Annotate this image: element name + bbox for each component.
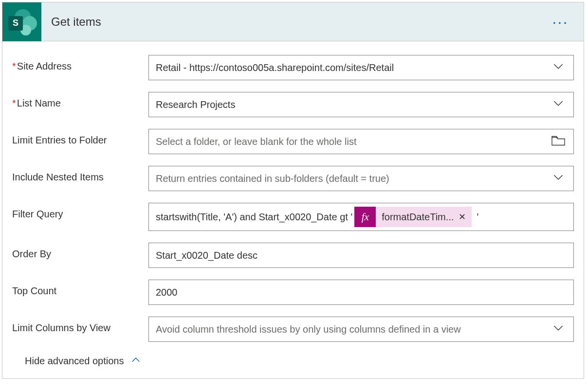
placeholder-include-nested: Return entries contained in sub-folders … xyxy=(156,173,389,184)
label-limit-columns: Limit Columns by View xyxy=(12,317,148,334)
label-limit-folder: Limit Entries to Folder xyxy=(12,129,148,146)
card-title: Get items xyxy=(51,15,101,29)
field-row-filter-query: Filter Query startswith(Title, 'A') and … xyxy=(12,203,574,231)
value-site-address: Retail - https://contoso005a.sharepoint.… xyxy=(156,62,394,73)
field-row-limit-columns: Limit Columns by View Avoid column thres… xyxy=(12,317,574,342)
input-list-name[interactable]: Research Projects xyxy=(148,92,574,117)
sharepoint-icon: S xyxy=(2,2,41,41)
chevron-down-icon[interactable] xyxy=(552,60,565,75)
field-row-list-name: *List Name Research Projects xyxy=(12,92,574,117)
field-row-order-by: Order By Start_x0020_Date desc xyxy=(12,243,574,268)
input-limit-folder[interactable]: Select a folder, or leave blank for the … xyxy=(148,129,574,154)
label-site-address: *Site Address xyxy=(12,55,148,72)
filter-text-after: ' xyxy=(477,212,478,223)
field-row-include-nested: Include Nested Items Return entries cont… xyxy=(12,166,574,191)
label-top-count: Top Count xyxy=(12,280,148,297)
expression-token[interactable]: formatDateTim... ✕ xyxy=(376,207,472,227)
field-row-limit-folder: Limit Entries to Folder Select a folder,… xyxy=(12,129,574,154)
chevron-down-icon[interactable] xyxy=(552,322,565,337)
input-site-address[interactable]: Retail - https://contoso005a.sharepoint.… xyxy=(148,55,574,80)
label-list-name: *List Name xyxy=(12,92,148,109)
label-filter-query: Filter Query xyxy=(12,203,148,220)
field-row-site-address: *Site Address Retail - https://contoso00… xyxy=(12,55,574,80)
hide-advanced-toggle[interactable]: Hide advanced options xyxy=(25,355,574,368)
input-limit-columns[interactable]: Avoid column threshold issues by only us… xyxy=(148,317,574,342)
chevron-up-icon xyxy=(130,355,141,368)
label-include-nested: Include Nested Items xyxy=(12,166,148,183)
folder-icon[interactable] xyxy=(551,135,566,149)
card-body: *Site Address Retail - https://contoso00… xyxy=(2,41,584,378)
value-list-name: Research Projects xyxy=(156,99,235,110)
input-order-by[interactable]: Start_x0020_Date desc xyxy=(148,243,574,268)
input-top-count[interactable]: 2000 xyxy=(148,280,574,305)
chevron-down-icon[interactable] xyxy=(552,97,565,112)
input-filter-query[interactable]: startswith(Title, 'A') and Start_x0020_D… xyxy=(148,203,574,231)
value-top-count: 2000 xyxy=(156,287,178,298)
placeholder-limit-folder: Select a folder, or leave blank for the … xyxy=(156,136,356,147)
chevron-down-icon[interactable] xyxy=(552,171,565,186)
fx-icon[interactable]: fx xyxy=(354,207,376,227)
action-card: S Get items ··· *Site Address Retail - h… xyxy=(2,2,584,379)
field-row-top-count: Top Count 2000 xyxy=(12,280,574,305)
card-header[interactable]: S Get items ··· xyxy=(2,2,584,41)
close-icon[interactable]: ✕ xyxy=(459,212,466,222)
placeholder-limit-columns: Avoid column threshold issues by only us… xyxy=(156,324,461,335)
label-order-by: Order By xyxy=(12,243,148,260)
value-order-by: Start_x0020_Date desc xyxy=(156,250,257,261)
input-include-nested[interactable]: Return entries contained in sub-folders … xyxy=(148,166,574,191)
filter-text-before: startswith(Title, 'A') and Start_x0020_D… xyxy=(156,212,352,223)
more-menu-icon[interactable]: ··· xyxy=(553,17,569,30)
